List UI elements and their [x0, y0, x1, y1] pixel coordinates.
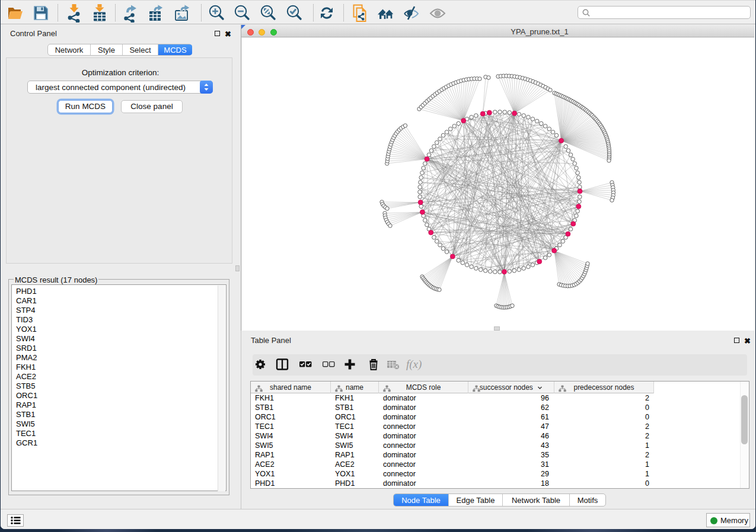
svg-text:f(x): f(x) [406, 358, 422, 371]
